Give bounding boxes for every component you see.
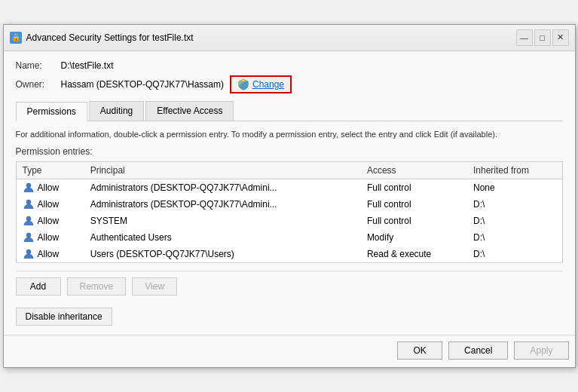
name-label: Name: xyxy=(16,60,61,71)
table-row[interactable]: Allow Authenticated UsersModifyD:\ xyxy=(16,229,562,246)
user-icon xyxy=(23,231,35,243)
ok-button[interactable]: OK xyxy=(397,341,442,360)
close-button[interactable]: ✕ xyxy=(552,29,569,46)
cell-type: Allow xyxy=(16,229,84,246)
permissions-table: Type Principal Access Inherited from All… xyxy=(16,161,563,263)
table-row[interactable]: Allow Administrators (DESKTOP-QQ7JK77\Ad… xyxy=(16,196,562,213)
col-header-inherited: Inherited from xyxy=(467,162,562,179)
add-button[interactable]: Add xyxy=(16,277,61,296)
info-text: For additional information, double-click… xyxy=(16,129,563,140)
cell-type: Allow xyxy=(16,196,84,213)
cell-principal: Administrators (DESKTOP-QQ7JK77\Admini..… xyxy=(84,196,361,213)
user-icon xyxy=(23,182,35,194)
dialog-footer: OK Cancel Apply xyxy=(4,335,575,367)
owner-label: Owner: xyxy=(16,79,61,90)
cell-access: Full control xyxy=(361,179,467,197)
table-row[interactable]: Allow SYSTEMFull controlD:\ xyxy=(16,213,562,229)
col-header-type: Type xyxy=(16,162,84,179)
svg-point-0 xyxy=(26,183,31,188)
col-header-access: Access xyxy=(361,162,467,179)
title-bar-controls: — □ ✕ xyxy=(516,29,569,46)
cell-inherited: D:\ xyxy=(467,196,562,213)
user-icon xyxy=(23,215,35,227)
table-row[interactable]: Allow Administrators (DESKTOP-QQ7JK77\Ad… xyxy=(16,179,562,197)
window-title: Advanced Security Settings for testFile.… xyxy=(26,32,194,43)
cell-principal: Users (DESKTOP-QQ7JK77\Users) xyxy=(84,246,361,263)
cell-principal: Administrators (DESKTOP-QQ7JK77\Admini..… xyxy=(84,179,361,197)
tab-effective-access[interactable]: Effective Access xyxy=(145,101,234,121)
owner-row: Owner: Hassam (DESKTOP-QQ7JK77\Hassam) xyxy=(16,75,563,93)
svg-point-3 xyxy=(26,233,31,237)
disable-inheritance-button[interactable]: Disable inheritance xyxy=(16,308,112,326)
cell-principal: Authenticated Users xyxy=(84,229,361,246)
remove-button[interactable]: Remove xyxy=(67,277,127,296)
table-header-row: Type Principal Access Inherited from xyxy=(16,162,562,179)
owner-value: Hassam (DESKTOP-QQ7JK77\Hassam) xyxy=(61,79,225,90)
dialog-content: Name: D:\testFile.txt Owner: Hassam (DES… xyxy=(4,51,575,335)
cell-principal: SYSTEM xyxy=(84,213,361,229)
cell-inherited: None xyxy=(467,179,562,197)
svg-point-4 xyxy=(26,250,31,254)
view-button[interactable]: View xyxy=(132,277,177,296)
svg-point-2 xyxy=(26,216,31,221)
apply-button[interactable]: Apply xyxy=(514,341,568,360)
section-label: Permission entries: xyxy=(16,146,563,157)
cell-access: Full control xyxy=(361,196,467,213)
user-icon xyxy=(23,248,35,260)
cell-access: Read & execute xyxy=(361,246,467,263)
action-buttons: Add Remove View xyxy=(16,271,563,302)
table-row[interactable]: Allow Users (DESKTOP-QQ7JK77\Users)Read … xyxy=(16,246,562,263)
name-row: Name: D:\testFile.txt xyxy=(16,60,563,71)
svg-point-1 xyxy=(26,200,31,204)
change-owner-button[interactable]: Change xyxy=(230,75,292,93)
tab-permissions[interactable]: Permissions xyxy=(16,102,87,121)
minimize-button[interactable]: — xyxy=(516,29,533,46)
cell-access: Modify xyxy=(361,229,467,246)
name-value: D:\testFile.txt xyxy=(61,60,114,71)
cell-type: Allow xyxy=(16,179,84,197)
cell-type: Allow xyxy=(16,246,84,263)
col-header-principal: Principal xyxy=(84,162,361,179)
shield-icon xyxy=(237,78,249,90)
tab-bar: Permissions Auditing Effective Access xyxy=(16,101,563,121)
cell-inherited: D:\ xyxy=(467,213,562,229)
user-icon xyxy=(23,198,35,210)
cell-inherited: D:\ xyxy=(467,246,562,263)
cell-access: Full control xyxy=(361,213,467,229)
title-bar: 🔒 Advanced Security Settings for testFil… xyxy=(4,25,575,51)
cell-type: Allow xyxy=(16,213,84,229)
cell-inherited: D:\ xyxy=(467,229,562,246)
window-icon: 🔒 xyxy=(10,32,22,44)
maximize-button[interactable]: □ xyxy=(534,29,551,46)
tab-auditing[interactable]: Auditing xyxy=(89,101,144,121)
change-label: Change xyxy=(252,79,284,90)
cancel-button[interactable]: Cancel xyxy=(448,341,508,360)
